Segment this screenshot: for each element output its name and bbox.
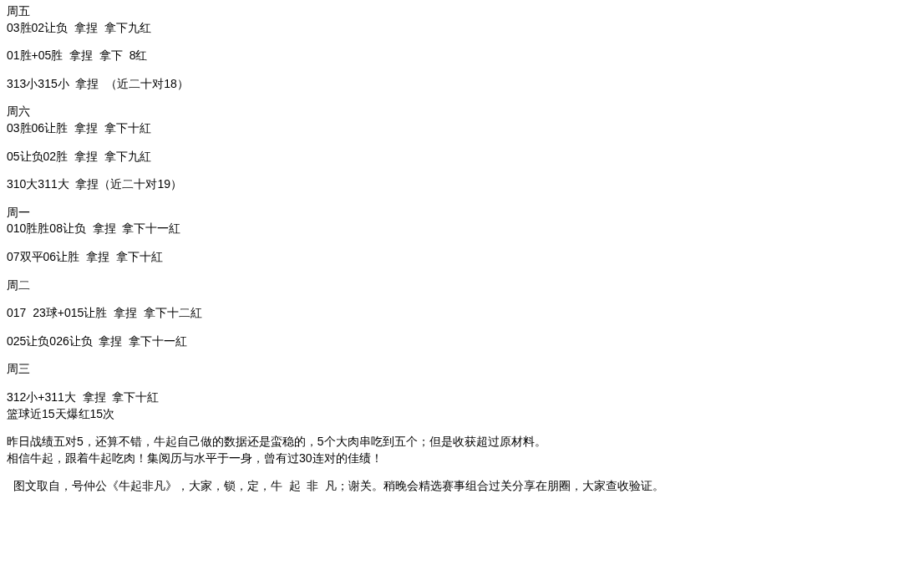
spacer <box>7 266 917 277</box>
pick-line: 01胜+05胜 拿捏 拿下 8红 <box>7 48 917 64</box>
day-header: 周五 <box>7 3 917 20</box>
spacer <box>7 64 917 76</box>
pick-line: 07双平06让胜 拿捏 拿下十紅 <box>7 249 917 266</box>
spacer <box>7 349 917 361</box>
summary-line: 相信牛起，跟着牛起吃肉！集阅历与水平于一身，曾有过30连对的佳绩！ <box>7 450 917 467</box>
day-header: 周三 <box>7 361 917 378</box>
spacer <box>7 237 917 249</box>
spacer <box>7 36 917 48</box>
spacer <box>7 137 917 149</box>
pick-line: 010胜胜08让负 拿捏 拿下十一紅 <box>7 221 917 237</box>
spacer <box>7 293 917 305</box>
pick-line: 017 23球+015让胜 拿捏 拿下十二紅 <box>7 305 917 322</box>
spacer <box>7 422 917 434</box>
spacer <box>7 322 917 333</box>
day-header: 周一 <box>7 205 917 221</box>
summary-line: 昨日战绩五对5，还算不错，牛起自己做的数据还是蛮稳的，5个大肉串吃到五个；但是收… <box>7 434 917 450</box>
credit-line: 图文取自，号仲公《牛起非凡》，大家，锁，定，牛 起 非 凡；谢关。稍晚会精选赛事… <box>7 478 917 495</box>
pick-line: 03胜02让负 拿捏 拿下九红 <box>7 20 917 37</box>
day-header: 周六 <box>7 104 917 120</box>
streak-line: 篮球近15天爆红15次 <box>7 406 917 423</box>
pick-line: 313小315小 拿捏 （近二十对18） <box>7 76 917 93</box>
pick-line: 03胜06让胜 拿捏 拿下十紅 <box>7 120 917 137</box>
pick-line: 025让负026让负 拿捏 拿下十一紅 <box>7 333 917 350</box>
pick-line: 05让负02胜 拿捏 拿下九紅 <box>7 149 917 165</box>
spacer <box>7 92 917 104</box>
pick-line: 310大311大 拿捏（近二十对19） <box>7 176 917 193</box>
spacer <box>7 466 917 478</box>
spacer <box>7 378 917 389</box>
spacer <box>7 165 917 176</box>
spacer <box>7 193 917 205</box>
day-header: 周二 <box>7 277 917 294</box>
pick-line: 312小+311大 拿捏 拿下十紅 <box>7 389 917 406</box>
